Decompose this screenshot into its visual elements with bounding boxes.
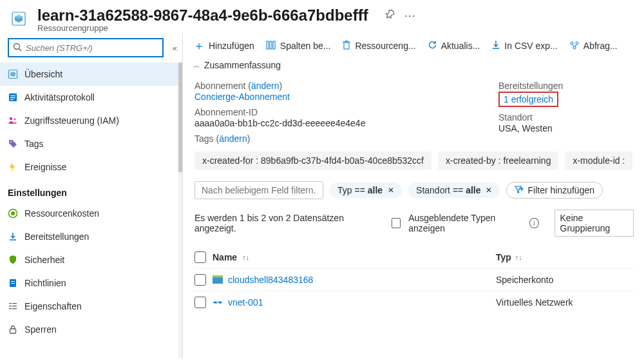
svg-line-36	[575, 44, 576, 46]
sidebar-item-costs[interactable]: Ressourcenkosten	[0, 202, 182, 225]
show-hidden-checkbox[interactable]	[392, 218, 401, 228]
sidebar-item-label: Zugriffssteuerung (IAM)	[24, 115, 119, 126]
select-all-checkbox[interactable]	[194, 251, 206, 263]
column-type[interactable]: Typ	[496, 252, 511, 262]
subscription-link[interactable]: Concierge-Abonnement	[194, 92, 473, 102]
resource-group-icon	[8, 8, 30, 30]
resource-name-link[interactable]: vnet-001	[228, 297, 263, 308]
query-button[interactable]: Abfrag...	[569, 41, 618, 52]
location-value: USA, Westen	[498, 123, 634, 133]
column-name[interactable]: Name	[213, 252, 237, 262]
export-csv-button[interactable]: In CSV exp...	[491, 40, 557, 52]
close-icon[interactable]: ✕	[486, 186, 492, 195]
sidebar-item-label: Sperren	[24, 324, 57, 335]
change-tags-link[interactable]: ändern	[219, 133, 247, 144]
search-input-wrap[interactable]	[8, 38, 164, 57]
svg-rect-25	[10, 329, 16, 333]
filter-bar: Typ == alle✕ Standort == alle✕ Filter hi…	[183, 172, 644, 203]
resource-type: Virtuelles Netzwerk	[496, 297, 625, 308]
sort-icon[interactable]: ↑↓	[515, 253, 522, 261]
sidebar-item-properties[interactable]: Eigenschaften	[0, 295, 182, 318]
iam-icon	[8, 115, 18, 126]
sidebar-item-security[interactable]: Sicherheit	[0, 248, 182, 271]
tag-pill[interactable]: x-created-for : 89b6a9fb-c37b-4fd4-b0a5-…	[194, 152, 431, 170]
sidebar-item-locks[interactable]: Sperren	[0, 318, 182, 341]
deployments-link[interactable]: 1 erfolgreich	[504, 94, 553, 104]
query-icon	[569, 41, 580, 52]
add-button[interactable]: ＋Hinzufügen	[193, 38, 254, 54]
refresh-button[interactable]: Aktualis...	[428, 40, 480, 52]
shield-icon	[8, 255, 18, 265]
table-header-row: Name↑↓ Typ↑↓	[194, 246, 634, 268]
sidebar-item-label: Richtlinien	[24, 278, 66, 288]
grouping-select[interactable]: Keine Gruppierung	[554, 210, 634, 237]
delete-button[interactable]: Ressourceng...	[342, 40, 415, 52]
sidebar-item-label: Sicherheit	[24, 255, 64, 265]
lock-icon	[8, 324, 18, 335]
sort-icon[interactable]: ↑↓	[242, 253, 249, 261]
table-row[interactable]: cloudshell843483168 Speicherkonto	[194, 268, 634, 291]
svg-line-35	[573, 44, 574, 46]
svg-rect-27	[270, 41, 272, 49]
sidebar-item-tags[interactable]: Tags	[0, 132, 182, 155]
policies-icon	[8, 278, 18, 288]
pin-icon[interactable]	[385, 10, 395, 22]
table-row[interactable]: vnet-001 Virtuelles Netzwerk	[194, 291, 634, 313]
sidebar-item-policies[interactable]: Richtlinien	[0, 271, 182, 295]
add-filter-icon	[515, 186, 524, 195]
show-hidden-label: Ausgeblendete Typen anzeigen	[408, 213, 522, 233]
add-filter-button[interactable]: Filter hinzufügen	[506, 182, 603, 199]
collapse-sidebar-icon[interactable]: «	[173, 43, 176, 53]
scrollbar-thumb[interactable]	[178, 63, 182, 172]
tags-row: x-created-for : 89b6a9fb-c37b-4fd4-b0a5-…	[183, 146, 644, 172]
svg-point-33	[576, 42, 578, 44]
sidebar-item-overview[interactable]: Übersicht	[0, 63, 182, 86]
sidebar-item-iam[interactable]: Zugriffssteuerung (IAM)	[0, 109, 182, 132]
cost-icon	[8, 208, 18, 219]
summary-panel: Abonnement (ändern) Concierge-Abonnement…	[183, 74, 644, 146]
search-input[interactable]	[26, 43, 158, 53]
deployments-icon	[8, 231, 18, 242]
row-checkbox[interactable]	[194, 297, 206, 308]
svg-rect-21	[9, 306, 12, 306]
tag-pill[interactable]: x-created-by : freelearning	[438, 152, 558, 170]
more-icon[interactable]: ···	[404, 9, 416, 23]
svg-rect-26	[267, 41, 269, 49]
vnet-icon	[213, 298, 223, 307]
chevron-up-icon: ︿	[193, 61, 200, 70]
sidebar-item-events[interactable]: Ereignisse	[0, 155, 182, 179]
sidebar-item-label: Bereitstellungen	[24, 231, 89, 242]
filter-input[interactable]	[194, 181, 323, 199]
svg-point-34	[573, 46, 576, 49]
location-label: Standort	[498, 112, 634, 123]
svg-rect-24	[12, 308, 17, 309]
summary-toggle[interactable]: ︿ Zusammenfassung	[183, 57, 644, 74]
type-filter-pill[interactable]: Typ == alle✕	[330, 182, 402, 198]
svg-rect-10	[10, 99, 14, 100]
svg-rect-23	[9, 308, 12, 309]
location-filter-pill[interactable]: Standort == alle✕	[408, 182, 500, 198]
sidebar-item-label: Eigenschaften	[24, 301, 82, 311]
svg-point-11	[10, 117, 13, 121]
sidebar-item-deployments[interactable]: Bereitstellungen	[0, 225, 182, 248]
resource-name-link[interactable]: cloudshell843483168	[228, 275, 313, 285]
edit-columns-button[interactable]: Spalten be...	[266, 41, 331, 52]
columns-icon	[266, 41, 276, 52]
page-header: learn-31a62588-9867-48a4-9e6b-666a7bdbef…	[0, 0, 644, 33]
svg-rect-19	[9, 303, 12, 304]
sidebar-item-activity-log[interactable]: Aktivitätsprotokoll	[0, 86, 182, 109]
deployments-label: Bereitstellungen	[498, 81, 634, 91]
info-icon[interactable]: i	[529, 218, 539, 228]
tag-pill[interactable]: x-module-id :	[565, 152, 632, 170]
close-icon[interactable]: ✕	[388, 186, 394, 195]
sidebar-scroll: Übersicht Aktivitätsprotokoll Zugriffsst…	[0, 63, 182, 358]
row-checkbox[interactable]	[194, 274, 206, 286]
svg-point-12	[14, 118, 16, 121]
svg-rect-29	[344, 43, 349, 49]
status-row: Es werden 1 bis 2 von 2 Datensätzen ange…	[183, 203, 644, 240]
resource-type: Speicherkonto	[496, 275, 625, 285]
sidebar-item-label: Ereignisse	[24, 162, 66, 172]
change-subscription-link[interactable]: ändern	[251, 81, 279, 91]
download-icon	[491, 40, 500, 52]
events-icon	[8, 162, 18, 172]
